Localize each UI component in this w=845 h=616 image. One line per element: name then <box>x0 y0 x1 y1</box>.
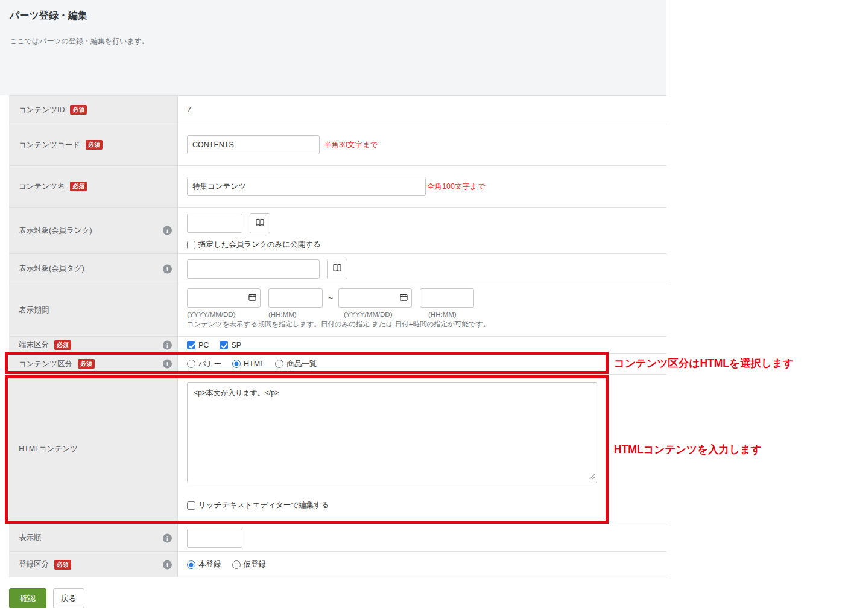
product-list-label: 商品一覧 <box>286 359 317 369</box>
content-name-label-cell: コンテンツ名 必須 <box>9 166 178 207</box>
content-id-label: コンテンツID <box>19 105 65 115</box>
info-icon[interactable]: i <box>163 360 172 369</box>
display-period-label-cell: 表示期間 <box>9 284 178 336</box>
info-icon[interactable]: i <box>163 533 172 542</box>
registration-option-temp[interactable]: 仮登録 <box>232 559 267 570</box>
content-name-label: コンテンツ名 <box>19 182 65 192</box>
content-code-value-cell: 半角30文字まで <box>178 124 666 165</box>
required-badge: 必須 <box>70 105 87 115</box>
content-type-option-html[interactable]: HTML <box>232 360 264 368</box>
row-member-rank: 表示対象(会員ランク) i 指定した会員ランクのみに公開する <box>9 208 666 254</box>
content-id-label-cell: コンテンツID 必須 <box>9 96 178 124</box>
temp-registration-label: 仮登録 <box>244 559 267 570</box>
content-id-value-cell: 7 <box>178 96 666 124</box>
time-format-hint: (HH:MM) <box>268 311 344 318</box>
member-rank-input[interactable] <box>187 214 242 233</box>
html-content-textarea[interactable]: <p>本文が入ります。</p> <box>187 382 597 483</box>
calendar-icon[interactable] <box>400 293 408 303</box>
content-name-input[interactable] <box>187 177 426 196</box>
display-period-value-cell: ~ (YYYY/MM/DD) (HH:MM) (YYYY/MM/DD) (HH:… <box>178 284 666 336</box>
row-member-tag: 表示対象(会員タグ) i <box>9 254 666 284</box>
pc-checkbox[interactable] <box>187 341 195 349</box>
book-icon <box>332 263 342 275</box>
parts-form-table: コンテンツID 必須 7 コンテンツコード 必須 半角30文字まで コンテンツ名… <box>9 95 666 577</box>
content-type-value-cell: バナー HTML 商品一覧 <box>178 354 666 374</box>
member-tag-value-cell <box>178 254 666 284</box>
device-option-sp[interactable]: SP <box>220 341 241 349</box>
required-badge: 必須 <box>86 140 103 150</box>
member-tag-lookup-button[interactable] <box>327 259 347 279</box>
content-type-option-banner[interactable]: バナー <box>187 359 221 369</box>
member-rank-value-cell: 指定した会員ランクのみに公開する <box>178 208 666 253</box>
resize-handle-icon[interactable] <box>589 471 595 482</box>
info-icon[interactable]: i <box>163 560 172 569</box>
parts-edit-page: パーツ登録・編集 ここではパーツの登録・編集を行います。 コンテンツID 必須 … <box>0 0 845 616</box>
period-tilde: ~ <box>328 293 333 303</box>
sp-label: SP <box>231 341 241 349</box>
content-code-input[interactable] <box>187 135 320 154</box>
main-registration-radio[interactable] <box>187 560 195 569</box>
member-rank-lookup-button[interactable] <box>250 213 270 233</box>
back-button[interactable]: 戻る <box>53 588 84 608</box>
registration-type-label-cell: 登録区分 必須 i <box>9 552 178 577</box>
row-content-type: コンテンツ区分 必須 i バナー HTML 商品一覧 <box>9 354 666 375</box>
device-type-label-cell: 端末区分 必須 i <box>9 337 178 353</box>
content-code-label-cell: コンテンツコード 必須 <box>9 124 178 165</box>
registration-type-value-cell: 本登録 仮登録 <box>178 552 666 577</box>
html-label: HTML <box>244 360 264 368</box>
row-display-order: 表示順 i <box>9 524 666 552</box>
content-type-label-cell: コンテンツ区分 必須 i <box>9 354 178 374</box>
display-period-help: コンテンツを表示する期間を指定します。日付のみの指定 または 日付+時間の指定が… <box>187 320 666 329</box>
device-option-pc[interactable]: PC <box>187 341 209 349</box>
info-icon[interactable]: i <box>163 226 172 235</box>
period-start-date-field <box>187 288 261 308</box>
content-name-value-cell: 全角100文字まで <box>178 166 666 207</box>
display-order-label: 表示順 <box>19 533 42 543</box>
registration-option-main[interactable]: 本登録 <box>187 559 221 570</box>
display-order-value-cell <box>178 524 666 551</box>
confirm-button[interactable]: 確認 <box>9 588 46 608</box>
device-type-label: 端末区分 <box>19 340 49 350</box>
calendar-icon[interactable] <box>248 293 256 303</box>
temp-registration-radio[interactable] <box>232 560 241 569</box>
display-period-label: 表示期間 <box>19 305 49 316</box>
member-tag-label-cell: 表示対象(会員タグ) i <box>9 254 178 284</box>
html-content-annotation: HTMLコンテンツを入力します <box>614 442 762 457</box>
row-html-content: HTMLコンテンツ <p>本文が入ります。</p> リッチテキストエディターで編… <box>9 375 666 524</box>
required-badge: 必須 <box>54 340 71 350</box>
product-list-radio[interactable] <box>275 360 283 368</box>
info-icon[interactable]: i <box>163 340 172 349</box>
row-content-name: コンテンツ名 必須 全角100文字まで <box>9 166 666 208</box>
row-device-type: 端末区分 必須 i PC SP <box>9 337 666 354</box>
banner-label: バナー <box>198 359 221 369</box>
time-format-hint: (HH:MM) <box>428 311 457 318</box>
banner-radio[interactable] <box>187 360 195 368</box>
display-order-input[interactable] <box>187 529 242 548</box>
display-order-label-cell: 表示順 i <box>9 524 178 551</box>
period-start-time-input[interactable] <box>268 288 323 308</box>
sp-checkbox[interactable] <box>220 341 228 349</box>
device-type-value-cell: PC SP <box>178 337 666 353</box>
content-code-label: コンテンツコード <box>19 140 80 150</box>
member-rank-only-label: 指定した会員ランクのみに公開する <box>198 240 321 250</box>
info-icon[interactable]: i <box>163 264 172 273</box>
member-tag-input[interactable] <box>187 259 320 279</box>
row-content-id: コンテンツID 必須 7 <box>9 96 666 124</box>
content-type-label: コンテンツ区分 <box>19 359 72 369</box>
html-radio[interactable] <box>232 360 241 368</box>
required-badge: 必須 <box>54 560 71 570</box>
member-rank-only-checkbox[interactable] <box>187 241 195 249</box>
html-content-label: HTMLコンテンツ <box>19 444 78 454</box>
row-display-period: 表示期間 ~ <box>9 284 666 337</box>
period-end-time-input[interactable] <box>420 288 474 308</box>
row-registration-type: 登録区分 必須 i 本登録 仮登録 <box>9 552 666 577</box>
rich-text-editor-checkbox[interactable] <box>187 501 195 510</box>
page-description: ここではパーツの登録・編集を行います。 <box>10 36 149 46</box>
book-icon <box>255 218 265 229</box>
content-type-option-product-list[interactable]: 商品一覧 <box>275 359 317 369</box>
main-registration-label: 本登録 <box>198 559 221 570</box>
html-content-label-cell: HTMLコンテンツ <box>9 375 178 524</box>
page-header: パーツ登録・編集 ここではパーツの登録・編集を行います。 <box>0 0 666 95</box>
member-tag-label: 表示対象(会員タグ) <box>19 264 84 274</box>
member-rank-label: 表示対象(会員ランク) <box>19 226 92 236</box>
